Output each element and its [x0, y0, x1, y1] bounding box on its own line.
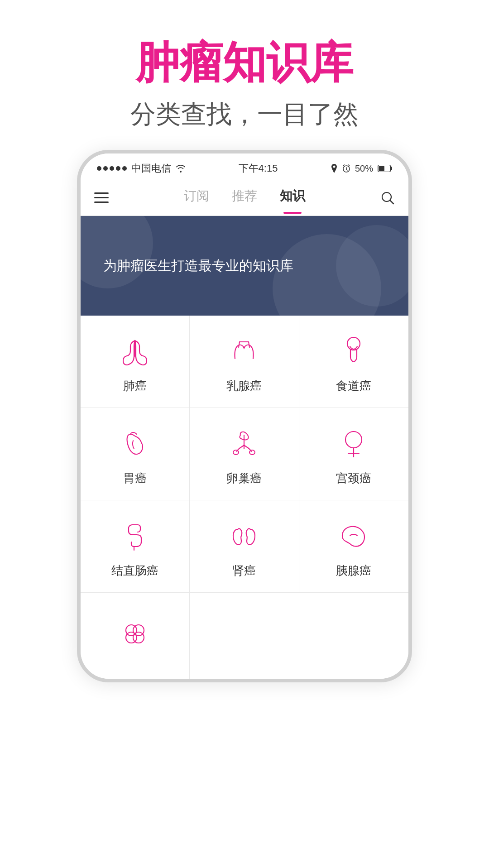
svg-rect-4 [94, 192, 109, 194]
svg-rect-3 [379, 166, 384, 171]
cancer-cell-stomach[interactable]: 胃癌 [81, 408, 190, 500]
phone-frame: 中国电信 下午4:15 [77, 150, 412, 682]
svg-line-9 [239, 342, 240, 347]
cancer-cell-ovary[interactable]: 卵巢癌 [190, 408, 299, 500]
svg-rect-2 [391, 167, 392, 170]
cancer-grid: 肺癌 乳腺癌 [81, 316, 408, 679]
pancreas-icon [336, 518, 372, 555]
ovary-label: 卵巢癌 [226, 470, 262, 486]
esophagus-label: 食道癌 [336, 378, 371, 394]
cervical-label: 宫颈癌 [336, 470, 371, 486]
esophagus-icon [336, 334, 372, 370]
svg-point-13 [233, 450, 239, 455]
status-right: 50% [331, 163, 392, 174]
signal-dot-2 [103, 166, 108, 171]
wifi-icon [176, 164, 186, 173]
lung-label: 肺癌 [123, 378, 147, 394]
menu-icon[interactable] [94, 192, 109, 203]
breast-icon [226, 334, 262, 370]
tab-knowledge[interactable]: 知识 [280, 187, 305, 208]
breast-label: 乳腺癌 [226, 378, 262, 394]
svg-point-14 [249, 450, 255, 455]
cancer-cell-colon[interactable]: 结直肠癌 [81, 500, 190, 593]
ovary-icon [226, 426, 262, 462]
location-icon [331, 164, 338, 173]
nav-tabs: 订阅 推荐 知识 [184, 187, 305, 208]
cancer-cell-lung[interactable]: 肺癌 [81, 316, 190, 408]
battery-icon [378, 165, 392, 172]
banner-decoration [336, 225, 408, 307]
status-time: 下午4:15 [239, 162, 278, 175]
carrier-name: 中国电信 [131, 162, 171, 175]
pancreas-label: 胰腺癌 [336, 563, 371, 579]
other-icon [117, 616, 153, 652]
tab-subscribe[interactable]: 订阅 [184, 187, 209, 208]
svg-rect-5 [94, 197, 109, 198]
battery-text: 50% [355, 163, 373, 174]
stomach-icon [117, 426, 153, 462]
status-bar: 中国电信 下午4:15 [81, 153, 408, 180]
cancer-cell-other[interactable] [81, 593, 190, 679]
stomach-label: 胃癌 [123, 470, 147, 486]
svg-point-21 [133, 632, 144, 643]
kidney-label: 肾癌 [232, 563, 256, 579]
colon-icon [117, 518, 153, 555]
lung-icon [117, 334, 153, 370]
search-icon[interactable] [380, 191, 395, 205]
page-title-sub: 分类查找，一目了然 [0, 97, 489, 132]
svg-line-10 [249, 342, 249, 347]
signal-dot-5 [122, 166, 127, 171]
page-title-main: 肿瘤知识库 [0, 36, 489, 88]
cancer-cell-kidney[interactable]: 肾癌 [190, 500, 299, 593]
svg-point-15 [345, 432, 362, 448]
signal-dot-3 [110, 166, 114, 171]
kidney-icon [226, 518, 262, 555]
svg-rect-6 [94, 201, 109, 203]
cervical-icon [336, 426, 372, 462]
cancer-cell-cervical[interactable]: 宫颈癌 [299, 408, 408, 500]
knowledge-banner: 为肿瘤医生打造最专业的知识库 [81, 216, 408, 316]
alarm-icon [342, 164, 350, 173]
colon-label: 结直肠癌 [111, 563, 158, 579]
nav-bar: 订阅 推荐 知识 [81, 180, 408, 216]
cancer-cell-breast[interactable]: 乳腺癌 [190, 316, 299, 408]
svg-point-12 [347, 337, 360, 350]
cancer-cell-esophagus[interactable]: 食道癌 [299, 316, 408, 408]
signal-dots [97, 166, 127, 171]
banner-text: 为肿瘤医生打造最专业的知识库 [103, 257, 293, 275]
tab-recommend[interactable]: 推荐 [232, 187, 257, 208]
signal-dot-1 [97, 166, 101, 171]
cancer-cell-pancreas[interactable]: 胰腺癌 [299, 500, 408, 593]
signal-dot-4 [116, 166, 120, 171]
status-left: 中国电信 [97, 162, 186, 175]
